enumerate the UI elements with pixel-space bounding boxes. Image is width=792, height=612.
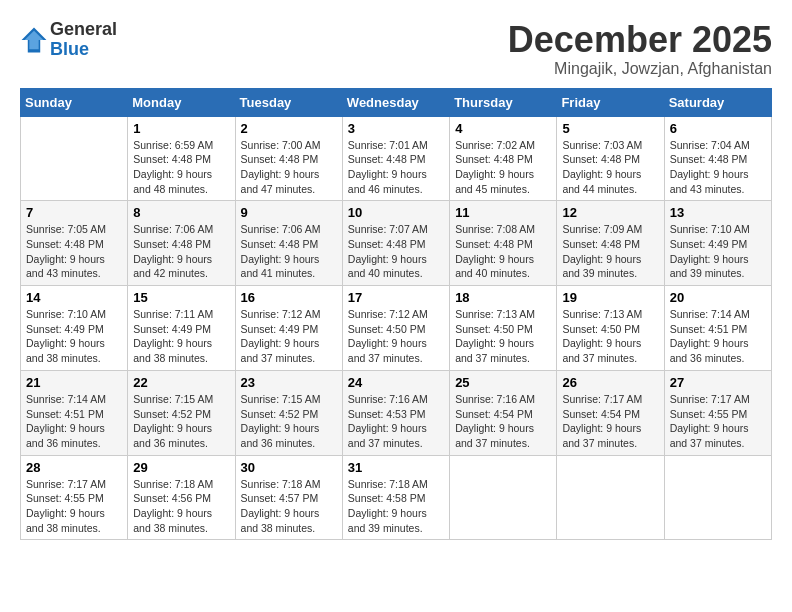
calendar-cell [21, 116, 128, 201]
day-number: 31 [348, 460, 444, 475]
day-info: Sunrise: 7:16 AMSunset: 4:54 PMDaylight:… [455, 392, 551, 451]
day-info: Sunrise: 7:18 AMSunset: 4:58 PMDaylight:… [348, 477, 444, 536]
day-info: Sunrise: 7:05 AMSunset: 4:48 PMDaylight:… [26, 222, 122, 281]
day-number: 4 [455, 121, 551, 136]
logo-icon [20, 26, 48, 54]
svg-marker-1 [25, 30, 44, 49]
day-number: 21 [26, 375, 122, 390]
calendar-cell: 26Sunrise: 7:17 AMSunset: 4:54 PMDayligh… [557, 370, 664, 455]
day-info: Sunrise: 7:13 AMSunset: 4:50 PMDaylight:… [562, 307, 658, 366]
calendar-week-row: 7Sunrise: 7:05 AMSunset: 4:48 PMDaylight… [21, 201, 772, 286]
day-number: 24 [348, 375, 444, 390]
day-number: 6 [670, 121, 766, 136]
title-block: December 2025 Mingajik, Jowzjan, Afghani… [508, 20, 772, 78]
calendar-cell: 17Sunrise: 7:12 AMSunset: 4:50 PMDayligh… [342, 286, 449, 371]
weekday-header: Wednesday [342, 88, 449, 116]
day-number: 1 [133, 121, 229, 136]
calendar-cell: 22Sunrise: 7:15 AMSunset: 4:52 PMDayligh… [128, 370, 235, 455]
calendar-cell: 24Sunrise: 7:16 AMSunset: 4:53 PMDayligh… [342, 370, 449, 455]
calendar-cell: 8Sunrise: 7:06 AMSunset: 4:48 PMDaylight… [128, 201, 235, 286]
day-info: Sunrise: 7:07 AMSunset: 4:48 PMDaylight:… [348, 222, 444, 281]
weekday-row: SundayMondayTuesdayWednesdayThursdayFrid… [21, 88, 772, 116]
page-header: General Blue December 2025 Mingajik, Jow… [20, 20, 772, 78]
day-info: Sunrise: 7:06 AMSunset: 4:48 PMDaylight:… [133, 222, 229, 281]
day-number: 20 [670, 290, 766, 305]
month-title: December 2025 [508, 20, 772, 60]
day-info: Sunrise: 7:12 AMSunset: 4:50 PMDaylight:… [348, 307, 444, 366]
calendar-cell: 2Sunrise: 7:00 AMSunset: 4:48 PMDaylight… [235, 116, 342, 201]
day-number: 28 [26, 460, 122, 475]
day-number: 22 [133, 375, 229, 390]
calendar-cell [557, 455, 664, 540]
day-info: Sunrise: 7:18 AMSunset: 4:56 PMDaylight:… [133, 477, 229, 536]
day-info: Sunrise: 7:18 AMSunset: 4:57 PMDaylight:… [241, 477, 337, 536]
calendar-cell: 15Sunrise: 7:11 AMSunset: 4:49 PMDayligh… [128, 286, 235, 371]
calendar-cell: 31Sunrise: 7:18 AMSunset: 4:58 PMDayligh… [342, 455, 449, 540]
day-info: Sunrise: 7:08 AMSunset: 4:48 PMDaylight:… [455, 222, 551, 281]
day-number: 30 [241, 460, 337, 475]
logo: General Blue [20, 20, 117, 60]
day-info: Sunrise: 7:13 AMSunset: 4:50 PMDaylight:… [455, 307, 551, 366]
day-number: 29 [133, 460, 229, 475]
weekday-header: Tuesday [235, 88, 342, 116]
day-number: 19 [562, 290, 658, 305]
day-number: 5 [562, 121, 658, 136]
calendar-week-row: 1Sunrise: 6:59 AMSunset: 4:48 PMDaylight… [21, 116, 772, 201]
day-info: Sunrise: 7:09 AMSunset: 4:48 PMDaylight:… [562, 222, 658, 281]
calendar-cell: 1Sunrise: 6:59 AMSunset: 4:48 PMDaylight… [128, 116, 235, 201]
location-text: Mingajik, Jowzjan, Afghanistan [508, 60, 772, 78]
day-number: 2 [241, 121, 337, 136]
day-number: 23 [241, 375, 337, 390]
calendar-week-row: 28Sunrise: 7:17 AMSunset: 4:55 PMDayligh… [21, 455, 772, 540]
calendar-cell: 29Sunrise: 7:18 AMSunset: 4:56 PMDayligh… [128, 455, 235, 540]
calendar-cell: 5Sunrise: 7:03 AMSunset: 4:48 PMDaylight… [557, 116, 664, 201]
day-number: 27 [670, 375, 766, 390]
day-info: Sunrise: 7:15 AMSunset: 4:52 PMDaylight:… [241, 392, 337, 451]
calendar-cell: 30Sunrise: 7:18 AMSunset: 4:57 PMDayligh… [235, 455, 342, 540]
day-number: 17 [348, 290, 444, 305]
day-info: Sunrise: 7:03 AMSunset: 4:48 PMDaylight:… [562, 138, 658, 197]
calendar-cell: 16Sunrise: 7:12 AMSunset: 4:49 PMDayligh… [235, 286, 342, 371]
day-number: 8 [133, 205, 229, 220]
calendar-cell: 10Sunrise: 7:07 AMSunset: 4:48 PMDayligh… [342, 201, 449, 286]
day-number: 14 [26, 290, 122, 305]
day-info: Sunrise: 7:14 AMSunset: 4:51 PMDaylight:… [26, 392, 122, 451]
calendar-cell: 27Sunrise: 7:17 AMSunset: 4:55 PMDayligh… [664, 370, 771, 455]
calendar-table: SundayMondayTuesdayWednesdayThursdayFrid… [20, 88, 772, 541]
day-info: Sunrise: 7:11 AMSunset: 4:49 PMDaylight:… [133, 307, 229, 366]
day-info: Sunrise: 7:16 AMSunset: 4:53 PMDaylight:… [348, 392, 444, 451]
calendar-cell: 12Sunrise: 7:09 AMSunset: 4:48 PMDayligh… [557, 201, 664, 286]
day-info: Sunrise: 7:17 AMSunset: 4:55 PMDaylight:… [670, 392, 766, 451]
day-number: 7 [26, 205, 122, 220]
calendar-cell: 18Sunrise: 7:13 AMSunset: 4:50 PMDayligh… [450, 286, 557, 371]
calendar-cell: 11Sunrise: 7:08 AMSunset: 4:48 PMDayligh… [450, 201, 557, 286]
day-info: Sunrise: 7:00 AMSunset: 4:48 PMDaylight:… [241, 138, 337, 197]
calendar-cell: 21Sunrise: 7:14 AMSunset: 4:51 PMDayligh… [21, 370, 128, 455]
weekday-header: Monday [128, 88, 235, 116]
calendar-cell: 4Sunrise: 7:02 AMSunset: 4:48 PMDaylight… [450, 116, 557, 201]
day-number: 16 [241, 290, 337, 305]
day-number: 25 [455, 375, 551, 390]
calendar-cell: 20Sunrise: 7:14 AMSunset: 4:51 PMDayligh… [664, 286, 771, 371]
calendar-cell: 13Sunrise: 7:10 AMSunset: 4:49 PMDayligh… [664, 201, 771, 286]
day-number: 13 [670, 205, 766, 220]
calendar-cell: 28Sunrise: 7:17 AMSunset: 4:55 PMDayligh… [21, 455, 128, 540]
logo-general-text: General [50, 19, 117, 39]
day-info: Sunrise: 7:06 AMSunset: 4:48 PMDaylight:… [241, 222, 337, 281]
weekday-header: Thursday [450, 88, 557, 116]
day-info: Sunrise: 7:15 AMSunset: 4:52 PMDaylight:… [133, 392, 229, 451]
calendar-cell: 6Sunrise: 7:04 AMSunset: 4:48 PMDaylight… [664, 116, 771, 201]
day-number: 26 [562, 375, 658, 390]
calendar-cell: 9Sunrise: 7:06 AMSunset: 4:48 PMDaylight… [235, 201, 342, 286]
day-info: Sunrise: 7:17 AMSunset: 4:54 PMDaylight:… [562, 392, 658, 451]
calendar-cell: 7Sunrise: 7:05 AMSunset: 4:48 PMDaylight… [21, 201, 128, 286]
day-number: 9 [241, 205, 337, 220]
day-number: 15 [133, 290, 229, 305]
weekday-header: Friday [557, 88, 664, 116]
day-info: Sunrise: 7:12 AMSunset: 4:49 PMDaylight:… [241, 307, 337, 366]
logo-blue-text: Blue [50, 39, 89, 59]
calendar-body: 1Sunrise: 6:59 AMSunset: 4:48 PMDaylight… [21, 116, 772, 540]
calendar-cell: 23Sunrise: 7:15 AMSunset: 4:52 PMDayligh… [235, 370, 342, 455]
calendar-week-row: 14Sunrise: 7:10 AMSunset: 4:49 PMDayligh… [21, 286, 772, 371]
day-number: 3 [348, 121, 444, 136]
